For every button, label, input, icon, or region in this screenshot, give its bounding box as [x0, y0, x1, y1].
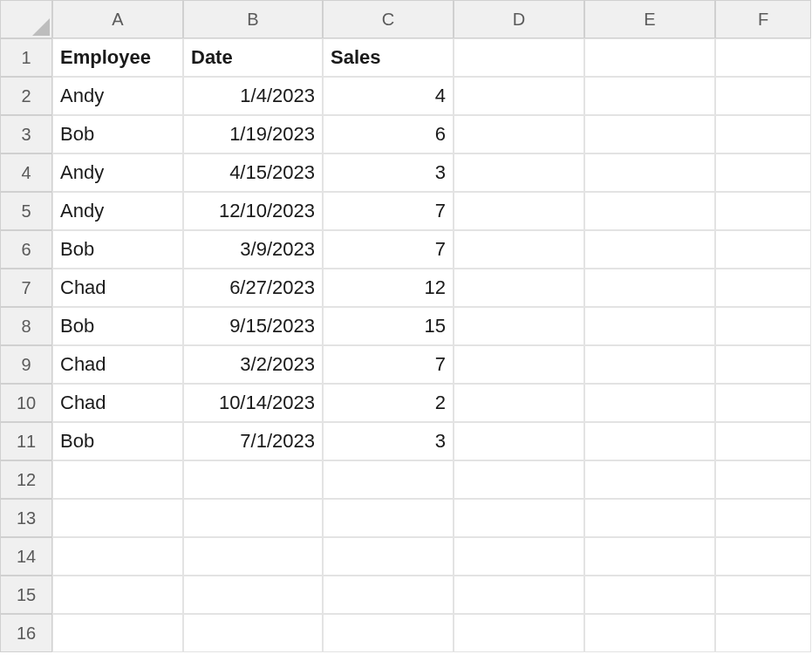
cell-D7[interactable]: [454, 269, 584, 307]
cell-E9[interactable]: [584, 345, 715, 384]
cell-C7[interactable]: 12: [323, 269, 454, 307]
cell-F1[interactable]: [715, 38, 811, 77]
cell-F16[interactable]: [715, 614, 811, 652]
cell-F9[interactable]: [715, 345, 811, 384]
row-header-6[interactable]: 6: [0, 230, 52, 269]
cell-B1[interactable]: Date: [183, 38, 323, 77]
row-header-11[interactable]: 11: [0, 422, 52, 460]
cell-F11[interactable]: [715, 422, 811, 460]
row-header-13[interactable]: 13: [0, 499, 52, 537]
cell-C15[interactable]: [323, 576, 454, 614]
cell-A12[interactable]: [52, 460, 183, 499]
cell-D2[interactable]: [454, 77, 584, 115]
cell-F6[interactable]: [715, 230, 811, 269]
cell-A1[interactable]: Employee: [52, 38, 183, 77]
row-header-8[interactable]: 8: [0, 307, 52, 345]
cell-E6[interactable]: [584, 230, 715, 269]
cell-B13[interactable]: [183, 499, 323, 537]
row-header-12[interactable]: 12: [0, 460, 52, 499]
cell-E2[interactable]: [584, 77, 715, 115]
spreadsheet-grid[interactable]: A B C D E F 1 Employee Date Sales 2 Andy…: [0, 0, 812, 661]
cell-C11[interactable]: 3: [323, 422, 454, 460]
cell-B14[interactable]: [183, 537, 323, 576]
cell-E1[interactable]: [584, 38, 715, 77]
cell-E7[interactable]: [584, 269, 715, 307]
row-header-5[interactable]: 5: [0, 192, 52, 230]
cell-F8[interactable]: [715, 307, 811, 345]
cell-D15[interactable]: [454, 576, 584, 614]
row-header-16[interactable]: 16: [0, 614, 52, 652]
row-header-2[interactable]: 2: [0, 77, 52, 115]
cell-D10[interactable]: [454, 384, 584, 422]
cell-E10[interactable]: [584, 384, 715, 422]
cell-F2[interactable]: [715, 77, 811, 115]
cell-E15[interactable]: [584, 576, 715, 614]
row-header-15[interactable]: 15: [0, 576, 52, 614]
cell-C3[interactable]: 6: [323, 115, 454, 153]
cell-D4[interactable]: [454, 153, 584, 192]
cell-C4[interactable]: 3: [323, 153, 454, 192]
cell-B6[interactable]: 3/9/2023: [183, 230, 323, 269]
cell-D3[interactable]: [454, 115, 584, 153]
cell-E4[interactable]: [584, 153, 715, 192]
cell-A6[interactable]: Bob: [52, 230, 183, 269]
cell-E16[interactable]: [584, 614, 715, 652]
cell-B5[interactable]: 12/10/2023: [183, 192, 323, 230]
cell-C9[interactable]: 7: [323, 345, 454, 384]
col-header-B[interactable]: B: [183, 0, 323, 38]
cell-D11[interactable]: [454, 422, 584, 460]
cell-D8[interactable]: [454, 307, 584, 345]
cell-B2[interactable]: 1/4/2023: [183, 77, 323, 115]
cell-C16[interactable]: [323, 614, 454, 652]
cell-E13[interactable]: [584, 499, 715, 537]
cell-A15[interactable]: [52, 576, 183, 614]
cell-C10[interactable]: 2: [323, 384, 454, 422]
cell-C8[interactable]: 15: [323, 307, 454, 345]
cell-A3[interactable]: Bob: [52, 115, 183, 153]
cell-E14[interactable]: [584, 537, 715, 576]
cell-E12[interactable]: [584, 460, 715, 499]
cell-A13[interactable]: [52, 499, 183, 537]
row-header-7[interactable]: 7: [0, 269, 52, 307]
cell-F10[interactable]: [715, 384, 811, 422]
cell-A2[interactable]: Andy: [52, 77, 183, 115]
col-header-E[interactable]: E: [584, 0, 715, 38]
col-header-F[interactable]: F: [715, 0, 811, 38]
cell-C13[interactable]: [323, 499, 454, 537]
cell-C14[interactable]: [323, 537, 454, 576]
cell-C6[interactable]: 7: [323, 230, 454, 269]
cell-A9[interactable]: Chad: [52, 345, 183, 384]
cell-B4[interactable]: 4/15/2023: [183, 153, 323, 192]
cell-F4[interactable]: [715, 153, 811, 192]
cell-B9[interactable]: 3/2/2023: [183, 345, 323, 384]
cell-A10[interactable]: Chad: [52, 384, 183, 422]
cell-F13[interactable]: [715, 499, 811, 537]
cell-F14[interactable]: [715, 537, 811, 576]
row-header-3[interactable]: 3: [0, 115, 52, 153]
cell-E3[interactable]: [584, 115, 715, 153]
cell-C5[interactable]: 7: [323, 192, 454, 230]
cell-F12[interactable]: [715, 460, 811, 499]
cell-F5[interactable]: [715, 192, 811, 230]
cell-B7[interactable]: 6/27/2023: [183, 269, 323, 307]
cell-D16[interactable]: [454, 614, 584, 652]
cell-A7[interactable]: Chad: [52, 269, 183, 307]
cell-C1[interactable]: Sales: [323, 38, 454, 77]
cell-A4[interactable]: Andy: [52, 153, 183, 192]
cell-F15[interactable]: [715, 576, 811, 614]
col-header-C[interactable]: C: [323, 0, 454, 38]
cell-D6[interactable]: [454, 230, 584, 269]
row-header-14[interactable]: 14: [0, 537, 52, 576]
cell-D13[interactable]: [454, 499, 584, 537]
cell-B11[interactable]: 7/1/2023: [183, 422, 323, 460]
select-all-corner[interactable]: [0, 0, 52, 38]
cell-D14[interactable]: [454, 537, 584, 576]
cell-B10[interactable]: 10/14/2023: [183, 384, 323, 422]
row-header-1[interactable]: 1: [0, 38, 52, 77]
row-header-10[interactable]: 10: [0, 384, 52, 422]
row-header-4[interactable]: 4: [0, 153, 52, 192]
row-header-9[interactable]: 9: [0, 345, 52, 384]
cell-D5[interactable]: [454, 192, 584, 230]
cell-B15[interactable]: [183, 576, 323, 614]
cell-B12[interactable]: [183, 460, 323, 499]
